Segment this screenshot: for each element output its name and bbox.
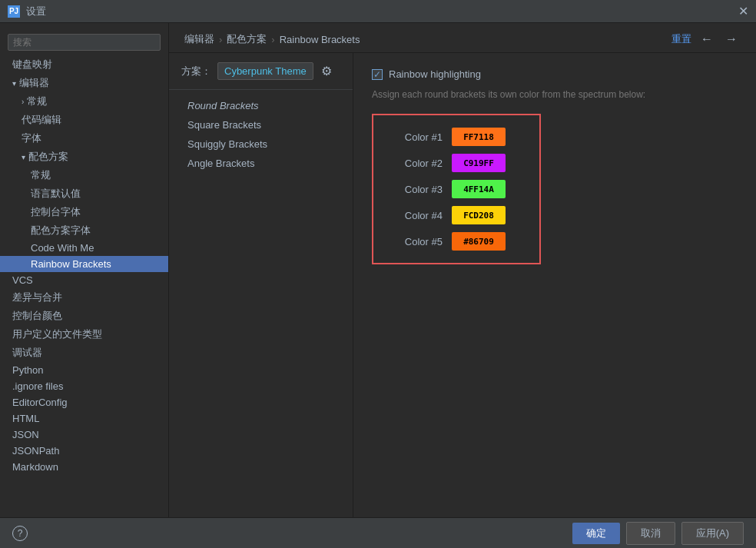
content-header: 编辑器 › 配色方案 › Rainbow Brackets 重置 ← → — [169, 23, 756, 53]
sidebar-item-font[interactable]: 字体 — [0, 129, 168, 148]
window-title: 设置 — [26, 5, 46, 18]
sidebar-item-rainbow-brackets[interactable]: Rainbow Brackets — [0, 256, 168, 272]
breadcrumb-sep-1: › — [271, 34, 274, 45]
color-swatch-5[interactable]: #86709 — [452, 232, 506, 251]
bracket-item-round[interactable]: Round Brackets — [169, 96, 353, 115]
color-label-4: Color #4 — [389, 210, 443, 221]
sidebar-item-debugger[interactable]: 调试器 — [0, 344, 168, 362]
sidebar-item-label: 代码编辑 — [22, 113, 61, 127]
scheme-label: 方案： — [181, 65, 211, 78]
sidebar-item-label: Code With Me — [31, 242, 94, 254]
forward-button[interactable]: → — [722, 32, 741, 46]
color-label-2: Color #2 — [389, 158, 443, 169]
sidebar-item-label: 调试器 — [12, 346, 42, 360]
color-swatch-2[interactable]: C919FF — [452, 154, 506, 172]
sidebar-item-label: HTML — [12, 413, 39, 424]
color-row-5: Color #5#86709 — [389, 232, 524, 251]
sidebar-item-code-with-me[interactable]: Code With Me — [0, 240, 168, 256]
breadcrumb: 编辑器 › 配色方案 › Rainbow Brackets — [184, 32, 360, 46]
sidebar-item-diff-merge[interactable]: 差异与合并 — [0, 288, 168, 307]
scheme-selector: 方案： Cyberpunk ThemeDefaultDarculaHigh Co… — [169, 53, 353, 90]
sidebar-item-console-font[interactable]: 控制台字体 — [0, 203, 168, 221]
color-swatch-4[interactable]: FCD208 — [452, 206, 506, 224]
sidebar-item-label: 控制台颜色 — [12, 309, 62, 323]
sidebar-item-ignore[interactable]: .ignore files — [0, 378, 168, 394]
sidebar-item-label: 差异与合并 — [12, 291, 62, 304]
back-button[interactable]: ← — [698, 32, 716, 46]
apply-button[interactable]: 应用(A) — [681, 522, 744, 545]
bottom-right: 确定 取消 应用(A) — [572, 522, 744, 545]
bracket-item-angle[interactable]: Angle Brackets — [169, 154, 353, 173]
sidebar-item-color-scheme[interactable]: ▾ 配色方案 — [0, 148, 168, 166]
sidebar-item-label: 配色方案 — [28, 150, 68, 164]
sidebar-item-lang-default[interactable]: 语言默认值 — [0, 184, 168, 203]
sidebar-item-label: JSONPath — [12, 445, 59, 457]
sidebar-item-color-scheme-font[interactable]: 配色方案字体 — [0, 221, 168, 240]
dropdown-wrapper: Cyberpunk ThemeDefaultDarculaHigh Contra… — [217, 62, 313, 80]
rainbow-checkbox[interactable]: ✓ — [372, 69, 383, 80]
sidebar-item-python[interactable]: Python — [0, 362, 168, 378]
chevron-icon: › — [22, 98, 24, 106]
bracket-item-squiggly[interactable]: Squiggly Brackets — [169, 135, 353, 154]
sidebar-item-editorconfig[interactable]: EditorConfig — [0, 394, 168, 410]
breadcrumb-current: Rainbow Brackets — [280, 34, 360, 45]
confirm-button[interactable]: 确定 — [572, 523, 620, 544]
color-row-1: Color #1FF7118 — [389, 128, 524, 146]
breadcrumb-sep-0: › — [219, 34, 222, 45]
sidebar-item-label: 编辑器 — [19, 76, 49, 90]
color-swatch-3[interactable]: 4FF14A — [452, 180, 506, 198]
search-input[interactable] — [8, 34, 161, 51]
sidebar-item-editor[interactable]: ▾ 编辑器 — [0, 74, 168, 92]
rainbow-label: Rainbow highlighting — [389, 68, 481, 80]
sidebar-item-jsonpath[interactable]: JSONPath — [0, 443, 168, 459]
sidebar-item-json[interactable]: JSON — [0, 427, 168, 443]
bottom-left: ? — [12, 526, 28, 541]
help-button[interactable]: ? — [12, 526, 28, 541]
bottom-bar: ? 确定 取消 应用(A) — [0, 517, 756, 548]
chevron-icon: ▾ — [12, 79, 16, 88]
sidebar-item-label: Rainbow Brackets — [31, 258, 111, 270]
sidebar-item-label: 配色方案字体 — [31, 224, 91, 237]
chevron-icon: ▾ — [22, 153, 25, 161]
sidebar-item-label: Markdown — [12, 461, 58, 473]
title-bar-left: PJ 设置 — [8, 5, 46, 18]
rainbow-checkbox-row: ✓ Rainbow highlighting — [372, 68, 738, 80]
checkbox-check-icon: ✓ — [373, 70, 381, 79]
bracket-list: Round BracketsSquare BracketsSquiggly Br… — [169, 90, 353, 179]
breadcrumb-part-1: 配色方案 — [227, 32, 267, 46]
scheme-gear-button[interactable]: ⚙ — [320, 62, 333, 80]
sidebar-item-label: 键盘映射 — [12, 58, 52, 71]
sidebar-search-row — [0, 29, 168, 55]
sidebar-item-label: .ignore files — [12, 380, 63, 392]
close-button[interactable]: ✕ — [738, 5, 748, 18]
sidebar-item-vcs[interactable]: VCS — [0, 272, 168, 288]
assign-description: Assign each round brackets its own color… — [372, 88, 738, 101]
color-swatch-1[interactable]: FF7118 — [452, 128, 506, 146]
right-panel: ✓ Rainbow highlighting Assign each round… — [353, 53, 756, 517]
sidebar-item-general[interactable]: › 常规 — [0, 92, 168, 111]
sidebar-item-console-colors[interactable]: 控制台颜色 — [0, 307, 168, 325]
sidebar-items-container: 键盘映射▾ 编辑器› 常规代码编辑字体▾ 配色方案常规语言默认值控制台字体配色方… — [0, 55, 168, 475]
sidebar-item-html[interactable]: HTML — [0, 410, 168, 427]
sidebar-item-common[interactable]: 常规 — [0, 166, 168, 184]
cancel-button[interactable]: 取消 — [626, 522, 675, 545]
color-row-2: Color #2C919FF — [389, 154, 524, 172]
bracket-item-square[interactable]: Square Brackets — [169, 115, 353, 135]
main-layout: 键盘映射▾ 编辑器› 常规代码编辑字体▾ 配色方案常规语言默认值控制台字体配色方… — [0, 23, 756, 517]
scheme-dropdown[interactable]: Cyberpunk ThemeDefaultDarculaHigh Contra… — [217, 62, 313, 80]
reset-button[interactable]: 重置 — [671, 32, 691, 46]
left-panel: 方案： Cyberpunk ThemeDefaultDarculaHigh Co… — [169, 53, 353, 517]
sidebar-item-label: 用户定义的文件类型 — [12, 327, 102, 341]
sidebar-item-markdown[interactable]: Markdown — [0, 459, 168, 475]
app-icon: PJ — [8, 5, 20, 18]
sidebar-item-code-edit[interactable]: 代码编辑 — [0, 111, 168, 129]
sidebar-item-label: 常规 — [31, 168, 51, 182]
sidebar-item-label: 控制台字体 — [31, 205, 81, 219]
color-spectrum-box: Color #1FF7118Color #2C919FFColor #34FF1… — [372, 114, 541, 264]
color-label-1: Color #1 — [389, 131, 443, 143]
color-row-3: Color #34FF14A — [389, 180, 524, 198]
sidebar-item-keyboard[interactable]: 键盘映射 — [0, 55, 168, 74]
sidebar-item-file-types[interactable]: 用户定义的文件类型 — [0, 325, 168, 344]
color-label-5: Color #5 — [389, 236, 443, 247]
content-area: 编辑器 › 配色方案 › Rainbow Brackets 重置 ← → 方案：… — [169, 23, 756, 517]
